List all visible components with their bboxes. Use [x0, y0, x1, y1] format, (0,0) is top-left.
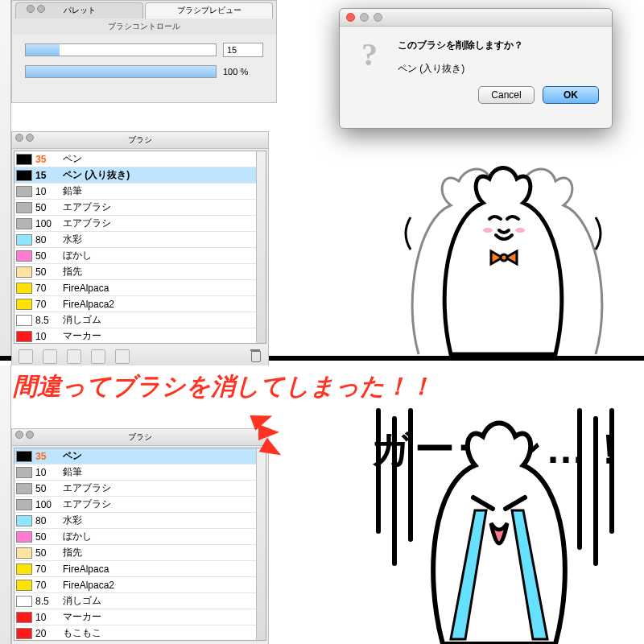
brush-panel-title: ブラシ	[12, 132, 268, 149]
svg-point-1	[515, 228, 525, 233]
window-controls[interactable]	[27, 5, 45, 13]
brush-name: ペン	[58, 449, 266, 463]
brush-row[interactable]: 50ぼかし	[14, 529, 266, 545]
brush-row[interactable]: 50指先	[14, 545, 266, 561]
brush-swatch	[16, 515, 32, 526]
question-icon: ?	[353, 38, 386, 72]
brush-row[interactable]: 100エアブラシ	[14, 497, 266, 513]
brush-row[interactable]: 8.5消しゴム	[14, 593, 266, 609]
confirm-delete-dialog: ? このブラシを削除しますか？ ペン (入り抜き) Cancel OK	[339, 8, 613, 129]
zoom-icon	[374, 13, 382, 22]
close-icon[interactable]	[346, 13, 355, 22]
ok-button[interactable]: OK	[543, 86, 599, 104]
brush-name: 消しゴム	[58, 313, 266, 327]
brush-size: 50	[35, 483, 58, 494]
brush-name: エアブラシ	[58, 497, 266, 511]
brush-row[interactable]: 80水彩	[14, 232, 266, 248]
brush-list[interactable]: 35ペン10鉛筆50エアブラシ100エアブラシ80水彩50ぼかし50指先70Fi…	[14, 448, 266, 641]
brush-row[interactable]: 70FireAlpaca2	[14, 577, 266, 593]
minimize-icon[interactable]	[26, 134, 34, 142]
brush-row[interactable]: 70FireAlpaca	[14, 561, 266, 577]
brush-row[interactable]: 20もこもこ	[14, 625, 266, 641]
brush-name: FireAlpaca2	[58, 299, 266, 310]
brush-name: マーカー	[58, 610, 266, 624]
brush-row[interactable]: 10マーカー	[14, 328, 266, 344]
brush-row[interactable]: 80水彩	[14, 513, 266, 529]
folder-icon[interactable]	[91, 349, 105, 364]
brush-row[interactable]: 35ペン	[14, 448, 266, 464]
close-icon[interactable]	[15, 134, 23, 142]
size-value[interactable]: 15	[223, 43, 263, 57]
brush-panel-title-text: ブラシ	[128, 135, 152, 144]
brush-row[interactable]: 15ペン (入り抜き)	[14, 167, 266, 184]
brush-swatch	[16, 612, 32, 623]
trash-icon[interactable]	[249, 349, 262, 362]
opacity-slider-fill	[26, 66, 216, 77]
new-brush-icon[interactable]	[19, 349, 33, 364]
brush-row[interactable]: 8.5消しゴム	[14, 312, 266, 328]
brush-name: FireAlpaca	[58, 283, 266, 294]
minimize-icon	[360, 13, 369, 22]
brush-row[interactable]: 100エアブラシ	[14, 216, 266, 232]
brush-size: 50	[35, 547, 58, 559]
brush-size: 8.5	[35, 596, 58, 607]
brush-row[interactable]: 70FireAlpaca2	[14, 296, 266, 312]
opacity-slider[interactable]	[25, 65, 217, 78]
close-icon[interactable]	[27, 5, 35, 13]
brush-row[interactable]: 50指先	[14, 264, 266, 280]
brush-row[interactable]: 35ペン	[14, 151, 266, 167]
dialog-titlebar[interactable]	[340, 9, 612, 27]
brush-panel-top: ブラシ 35ペン15ペン (入り抜き)10鉛筆50エアブラシ100エアブラシ80…	[11, 131, 269, 369]
tab-brush-preview[interactable]: ブラシプレビュー	[145, 2, 273, 19]
brush-size: 80	[35, 515, 58, 526]
minimize-icon[interactable]	[37, 5, 45, 13]
brush-swatch	[16, 499, 32, 510]
script-brush-icon[interactable]	[67, 349, 81, 364]
size-slider[interactable]	[25, 43, 217, 56]
emphasis-burst-icon	[248, 427, 296, 475]
brush-swatch	[16, 186, 32, 197]
brush-row[interactable]: 50エアブラシ	[14, 200, 266, 216]
tool-strip[interactable]	[0, 365, 11, 644]
window-controls[interactable]	[15, 134, 34, 142]
brush-row[interactable]: 70FireAlpaca	[14, 280, 266, 296]
brush-row[interactable]: 50ぼかし	[14, 248, 266, 264]
brush-size: 35	[35, 154, 58, 165]
minimize-icon[interactable]	[26, 431, 34, 439]
brush-row[interactable]: 10鉛筆	[14, 464, 266, 481]
brush-name: 水彩	[58, 233, 266, 246]
brush-swatch	[16, 154, 32, 165]
brush-size: 100	[35, 218, 58, 229]
brush-swatch	[16, 467, 32, 478]
brush-swatch	[16, 564, 32, 575]
import-icon[interactable]	[115, 349, 130, 364]
brush-size: 80	[35, 234, 58, 246]
scrollbar[interactable]	[256, 151, 266, 343]
opacity-label: 100 %	[223, 67, 263, 76]
brush-name: ペン (入り抜き)	[58, 168, 266, 182]
brush-swatch	[16, 628, 32, 639]
brush-swatch	[16, 596, 32, 607]
brush-swatch	[16, 547, 32, 559]
size-slider-fill	[26, 44, 60, 56]
brush-swatch	[16, 266, 32, 278]
brush-row[interactable]: 10マーカー	[14, 609, 266, 625]
duplicate-brush-icon[interactable]	[43, 349, 57, 364]
brush-row[interactable]: 10鉛筆	[14, 184, 266, 200]
brush-row[interactable]: 50エアブラシ	[14, 481, 266, 497]
tool-strip[interactable]	[0, 0, 11, 356]
brush-list[interactable]: 35ペン15ペン (入り抜き)10鉛筆50エアブラシ100エアブラシ80水彩50…	[14, 151, 266, 344]
brush-panel-title: ブラシ	[12, 429, 268, 446]
brush-name: 消しゴム	[58, 594, 266, 608]
cancel-button[interactable]: Cancel	[478, 86, 535, 104]
scrollbar[interactable]	[256, 448, 266, 640]
brush-swatch	[16, 234, 32, 246]
window-controls[interactable]	[15, 431, 34, 439]
brush-name: マーカー	[58, 329, 266, 343]
brush-size: 50	[35, 531, 58, 543]
brush-size: 70	[35, 283, 58, 294]
brush-name: 水彩	[58, 514, 266, 527]
brush-swatch	[16, 531, 32, 543]
close-icon[interactable]	[15, 431, 23, 439]
brush-name: 鉛筆	[58, 184, 266, 198]
